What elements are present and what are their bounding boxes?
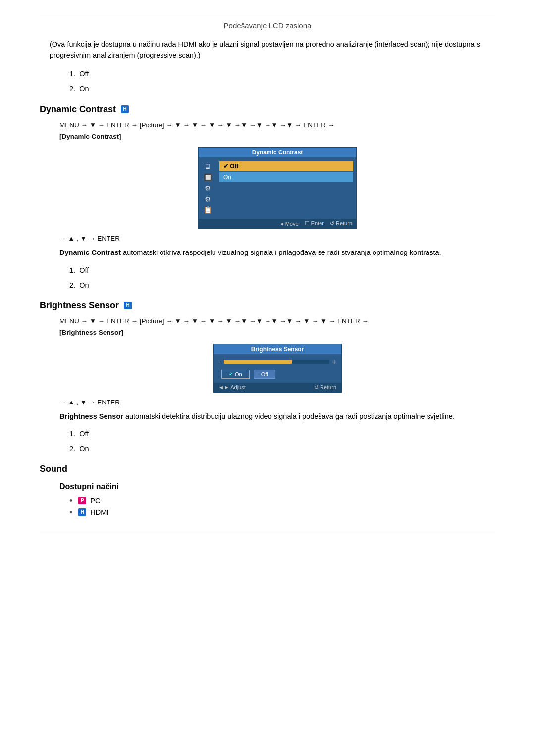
bs-list-item-2: 2. On (69, 442, 495, 455)
brightness-sensor-arrow-hint: → ▲ , ▼ → ENTER (59, 399, 495, 406)
dynamic-contrast-description: Dynamic Contrast automatski otkriva rasp… (59, 247, 495, 258)
bs-toggle-row: ✔ On Off (214, 368, 341, 383)
bs-slider-track (224, 360, 329, 364)
dc-icon-3: ⚙ (202, 183, 214, 193)
dc-title-bar: Dynamic Contrast (199, 148, 356, 157)
sound-item-hdmi: • H HDMI (69, 508, 495, 517)
dc-footer-return: ↺ Return (330, 220, 352, 227)
bottom-border (40, 532, 495, 532)
dynamic-contrast-menu-path: MENU → ▼ → ENTER → [Picture] → ▼ → ▼ → ▼… (59, 120, 495, 143)
brightness-sensor-menu-path: MENU → ▼ → ENTER → [Picture] → ▼ → ▼ → ▼… (59, 316, 495, 339)
dc-icon-1: 🖥 (202, 161, 214, 171)
bs-on-button[interactable]: ✔ On (221, 370, 250, 379)
brightness-sensor-icon: H (124, 302, 132, 309)
dc-list-item-2: 2. On (69, 279, 495, 292)
sound-sub-heading: Dostupni načini (59, 482, 495, 491)
dc-screenshot-box: Dynamic Contrast 🖥 🔲 ⚙ ⚙ 📋 ✔ Off On ♦ Mo… (198, 147, 357, 229)
bullet-dot-pc: • (69, 496, 72, 505)
list-item-1: 1. Off (69, 67, 495, 80)
dynamic-contrast-heading: Dynamic Contrast H (40, 104, 495, 115)
bs-minus: - (218, 358, 221, 366)
bs-footer-return: ↺ Return (314, 384, 336, 391)
dc-option-on: On (219, 172, 353, 182)
bs-footer: ◄► Adjust ↺ Return (214, 383, 341, 392)
page: Podešavanje LCD zaslona (Ova funkcija je… (0, 0, 535, 756)
pc-label: PC (90, 497, 100, 504)
hdmi-label: HDMI (90, 508, 108, 516)
sound-item-pc: • P PC (69, 496, 495, 505)
dynamic-contrast-icon: H (121, 105, 129, 113)
bs-list-item-1: 1. Off (69, 427, 495, 440)
bs-plus: + (332, 358, 336, 366)
bs-off-button[interactable]: Off (254, 370, 275, 379)
dc-icons: 🖥 🔲 ⚙ ⚙ 📋 (199, 159, 216, 217)
dc-icon-5: 📋 (202, 205, 214, 215)
brightness-sensor-heading: Brightness Sensor H (40, 301, 495, 311)
hdmi-icon-badge: H (78, 508, 86, 516)
dc-option-off: ✔ Off (219, 161, 353, 171)
list-item-2: 2. On (69, 82, 495, 95)
dc-icon-2: 🔲 (202, 172, 214, 182)
dc-icon-4: ⚙ (202, 194, 214, 204)
pc-icon-badge: P (78, 497, 86, 504)
dc-list-item-1: 1. Off (69, 264, 495, 277)
brightness-sensor-screenshot: Brightness Sensor - + ✔ On Off ◄► Adjust (59, 344, 495, 393)
bullet-dot-hdmi: • (69, 508, 72, 517)
bs-off-label: Off (261, 371, 268, 377)
dc-options: ✔ Off On (216, 159, 356, 217)
page-title: Podešavanje LCD zaslona (40, 21, 495, 30)
dc-footer-move: ♦ Move (281, 220, 299, 227)
bs-on-check: ✔ (229, 371, 233, 377)
top-note: (Ova funkcija je dostupna u načinu rada … (40, 39, 495, 61)
bs-footer-adjust: ◄► Adjust (218, 384, 246, 391)
bs-on-label: On (235, 371, 242, 377)
dc-footer-enter: ☐ Enter (305, 220, 324, 227)
brightness-sensor-description: Brightness Sensor automatski detektira d… (59, 411, 495, 422)
dc-footer: ♦ Move ☐ Enter ↺ Return (199, 219, 356, 228)
dynamic-contrast-arrow-hint: → ▲ , ▼ → ENTER (59, 235, 495, 242)
dc-body: 🖥 🔲 ⚙ ⚙ 📋 ✔ Off On (199, 157, 356, 219)
top-border: Podešavanje LCD zaslona (40, 15, 495, 30)
sound-heading: Sound (40, 464, 495, 474)
bs-slider-row: - + (214, 354, 341, 368)
bs-slider-fill (224, 360, 293, 364)
bs-screenshot-box: Brightness Sensor - + ✔ On Off ◄► Adjust (213, 344, 342, 393)
bs-title-bar: Brightness Sensor (214, 344, 341, 354)
dynamic-contrast-screenshot: Dynamic Contrast 🖥 🔲 ⚙ ⚙ 📋 ✔ Off On ♦ Mo… (59, 147, 495, 229)
